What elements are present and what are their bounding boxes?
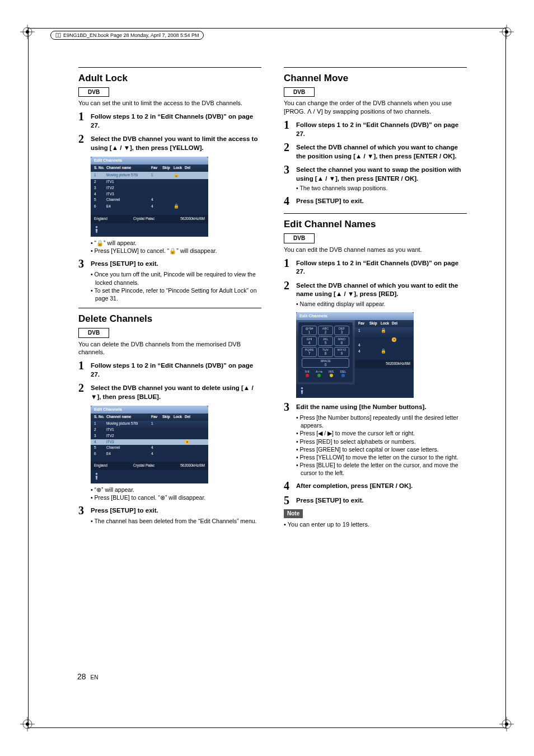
svg-point-15 (505, 722, 508, 726)
section-title-adult-lock: Adult Lock (78, 72, 261, 85)
table-row: 6E44🔒 (91, 203, 208, 210)
table-row: 1Moving picture 576i1 (91, 421, 208, 427)
info-icon (296, 384, 414, 398)
keypad-key: WXYZ9 (334, 347, 349, 356)
edit-names-step-3: 3 Edit the name using [the Number button… (284, 401, 467, 412)
edit-names-note: • You can enter up to 19 letters. (284, 520, 467, 529)
svg-point-11 (26, 722, 29, 726)
edit-channels-panel-delete: Edit Channels S. No. Channel name Fav Sk… (91, 406, 208, 483)
move-step3-bullets: • The two channels swap positions. (296, 184, 467, 192)
delete-step-2: 2 Select the DVB channel you want to del… (78, 382, 261, 401)
lock-icon: 🔒 (381, 349, 392, 355)
lock-icon: 🔒 (381, 328, 392, 334)
move-step-1: 1 Follow steps 1 to 2 in “Edit Channels … (284, 119, 467, 138)
registration-bottom (0, 717, 534, 731)
dvb-tag: DVB (78, 87, 109, 97)
dvb-tag: DVB (284, 233, 315, 243)
svg-point-18 (96, 472, 98, 475)
delete-icon: ✕ (392, 337, 396, 342)
content-columns: Adult Lock DVB You can set the unit to l… (78, 67, 467, 700)
edit-names-step-5: 5 Press [SETUP] to exit. (284, 495, 467, 506)
book-header-text: E9NG1BD_EN.book Page 28 Monday, April 7,… (63, 32, 199, 38)
delete-step-1: 1 Follow steps 1 to 2 in “Edit Channels … (78, 360, 261, 379)
keypad-space: SPACE0 (302, 358, 349, 368)
keypad-key: JKL5 (318, 336, 333, 346)
adult-lock-step-2: 2 Select the DVB channel you want to lim… (78, 133, 261, 152)
left-column: Adult Lock DVB You can set the unit to l… (78, 67, 261, 700)
info-icon (91, 470, 208, 483)
book-icon (55, 32, 61, 38)
svg-point-7 (505, 30, 508, 34)
table-row: 3ITV2 (91, 433, 208, 439)
move-intro: You can change the order of the DVB chan… (284, 99, 467, 116)
dvb-tag: DVB (78, 328, 109, 338)
panel-footer: England Crystal Palac 562000kHz/8M (91, 462, 208, 470)
move-step-3: 3 Select the channel you want to swap th… (284, 164, 467, 183)
keypad-key: DEF3 (334, 326, 349, 335)
svg-point-19 (301, 387, 303, 389)
right-column: Channel Move DVB You can change the orde… (284, 67, 467, 700)
edit-names-step2-bullets: • Name editing display will appear. (296, 300, 467, 308)
edit-channels-panel-keypad: Edit Channels @!S#1ABC2DEF3GHI4JKL5MNO6P… (296, 312, 414, 398)
move-step-2: 2 Select the DVB channel of which you wa… (284, 142, 467, 161)
keypad-key: MNO6 (334, 336, 349, 346)
reg-mark-bl (20, 717, 35, 731)
table-row: 4ITV3✕ (91, 439, 208, 445)
section-title-move: Channel Move (284, 72, 467, 85)
move-step-4: 4 Press [SETUP] to exit. (284, 195, 467, 206)
note-label: Note (284, 509, 303, 518)
table-row: 6E44 (91, 451, 208, 457)
adult-lock-step-1: 1 Follow steps 1 to 2 in “Edit Channels … (78, 111, 261, 130)
edit-names-step-1: 1 Follow steps 1 to 2 in “Edit Channels … (284, 257, 467, 276)
edit-names-intro: You can edit the DVB channel names as yo… (284, 246, 467, 254)
delete-step3-bullets: • The channel has been deleted from the … (91, 517, 261, 525)
book-header: E9NG1BD_EN.book Page 28 Monday, April 7,… (50, 31, 204, 40)
delete-bullets-after-panel: • “⊗” will appear. • Press [BLUE] to can… (91, 486, 261, 501)
reg-mark-br (499, 717, 514, 731)
adult-lock-intro: You can set the unit to limit the access… (78, 99, 261, 107)
reg-mark-tr (499, 25, 514, 39)
delete-step-3: 3 Press [SETUP] to exit. (78, 505, 261, 516)
table-row: 2ITV1 (91, 179, 208, 185)
edit-names-step-4: 4 After completion, press [ENTER / OK]. (284, 480, 467, 491)
svg-point-3 (26, 30, 29, 34)
lock-icon: 🔒 (174, 172, 185, 179)
page-number: 28 EN (77, 672, 98, 681)
table-row: 2ITV1 (91, 427, 208, 433)
reg-mark-tl (20, 25, 35, 39)
edit-names-step3-bullets: • Press [the Number buttons] repeatedly … (296, 414, 467, 477)
section-title-edit-names: Edit Channel Names (284, 218, 467, 231)
panel-footer: England Crystal Palac 562000kHz/8M (91, 215, 208, 223)
adult-lock-bullets-after-panel: • “🔒” will appear. • Press [YELLOW] to c… (91, 239, 261, 255)
adult-lock-step3-bullets: • Once you turn off the unit, Pincode wi… (91, 270, 261, 302)
delete-intro: You can delete the DVB channels from the… (78, 340, 261, 357)
keypad-key: GHI4 (302, 336, 317, 346)
section-title-delete: Delete Channels (78, 313, 261, 326)
keypad-key: @!S#1 (302, 326, 317, 335)
lock-icon: 🔒 (174, 204, 185, 210)
table-row: 4ITV3 (91, 191, 208, 198)
svg-point-17 (96, 226, 98, 228)
edit-names-step-2: 2 Select the DVB channel of which you wa… (284, 280, 467, 299)
edit-channels-panel-lock: Edit Channels S. No. Channel name Fav Sk… (91, 157, 208, 237)
keypad-key: TUV8 (318, 347, 333, 356)
keypad-key: ABC2 (318, 326, 333, 335)
panel-header: S. No. Channel name Fav Skip Lock Del (91, 414, 208, 421)
delete-icon: ✕ (185, 440, 189, 444)
adult-lock-step-3: 3 Press [SETUP] to exit. (78, 258, 261, 269)
panel-header: S. No. Channel name Fav Skip Lock Del (91, 165, 208, 172)
dvb-tag: DVB (284, 87, 315, 97)
table-row: 3ITV2 (91, 185, 208, 191)
keypad-bottom-row: 0-9A->aINSDEL (302, 370, 349, 379)
table-row: 5Channel4 (91, 445, 208, 451)
name-edit-keypad: @!S#1ABC2DEF3GHI4JKL5MNO6PQRS7TUV8WXYZ9S… (298, 322, 353, 382)
table-row: 5Channel4 (91, 197, 208, 203)
keypad-key: PQRS7 (302, 347, 317, 356)
info-icon (91, 223, 208, 237)
table-row: 1Moving picture 576i1🔒 (91, 172, 208, 179)
